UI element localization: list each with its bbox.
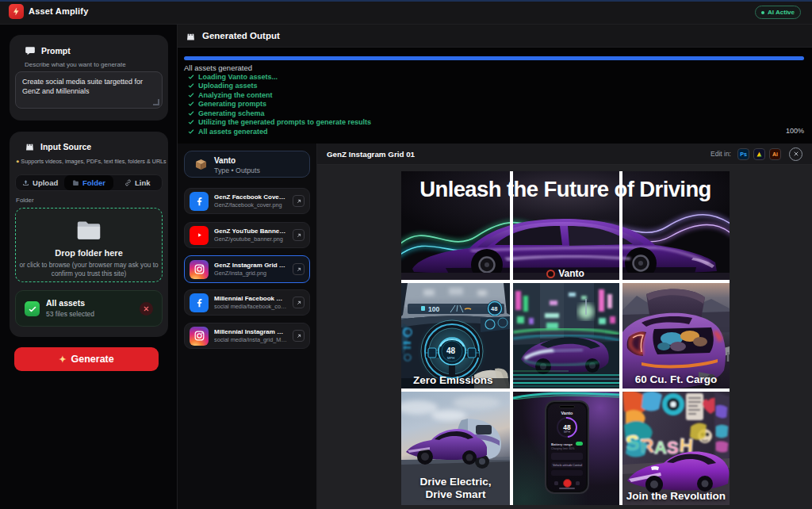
svg-text:100: 100 bbox=[428, 305, 439, 313]
svg-text:MPH: MPH bbox=[447, 356, 454, 360]
svg-text:48: 48 bbox=[446, 346, 456, 355]
svg-text:A: A bbox=[654, 438, 667, 457]
svg-text:48: 48 bbox=[491, 305, 497, 312]
svg-text:S: S bbox=[667, 438, 679, 457]
